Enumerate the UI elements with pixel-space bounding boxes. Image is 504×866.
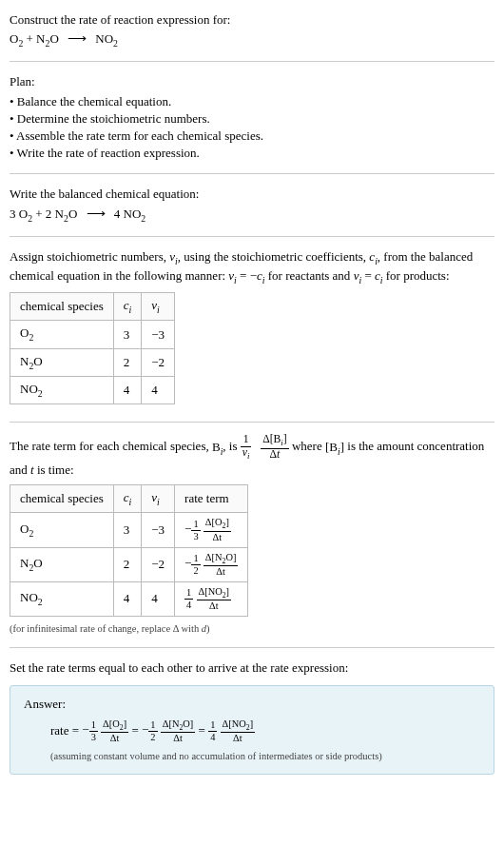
stoich-section: Assign stoichiometric numbers, νi, using… (10, 245, 494, 414)
cell-species: NO2 (10, 376, 114, 403)
balanced-equation: 3 O2 + 2 N2O ⟶ 4 NO2 (10, 204, 494, 225)
reactant-o2: O2 (19, 207, 32, 221)
table-row: O2 3 −3 −13 Δ[O2]Δt (10, 513, 248, 547)
product-no2: NO2 (95, 31, 118, 46)
plan-item: Determine the stoichiometric numbers. (10, 110, 494, 128)
cell-nui: −3 (142, 321, 175, 348)
assumption-note: (assuming constant volume and no accumul… (24, 750, 480, 764)
col-ci: ci (113, 485, 142, 513)
divider (10, 422, 494, 423)
reaction-arrow-icon: ⟶ (68, 29, 87, 48)
plan-item: Balance the chemical equation. (10, 93, 494, 110)
infinitesimal-note: (for infinitesimal rate of change, repla… (10, 622, 494, 637)
reaction-arrow-icon: ⟶ (87, 204, 106, 223)
cell-ci: 2 (113, 547, 142, 581)
table-header-row: chemical species ci νi rate term (10, 485, 248, 513)
cell-nui: −2 (142, 547, 175, 581)
reactant-o2: O2 (10, 31, 23, 46)
rate-term-text: The rate term for each chemical species,… (10, 434, 494, 479)
table-row: O2 3 −3 (10, 321, 175, 348)
answer-label: Answer: (24, 696, 480, 713)
plan-list: Balance the chemical equation. Determine… (10, 93, 494, 163)
cell-ci: 2 (113, 348, 142, 376)
cell-ci: 4 (113, 376, 142, 403)
table-row: N2O 2 −2 (10, 348, 175, 376)
plan-item: Assemble the rate term for each chemical… (10, 128, 494, 145)
plan-item: Write the rate of reaction expression. (10, 145, 494, 162)
stoich-text: Assign stoichiometric numbers, νi, using… (10, 248, 494, 286)
balanced-section: Write the balanced chemical equation: 3 … (10, 182, 494, 227)
balance-label: Write the balanced chemical equation: (10, 186, 494, 203)
answer-box: Answer: rate = −13 Δ[O2]Δt = −12 Δ[N2O]Δ… (10, 685, 494, 775)
divider (10, 173, 494, 174)
instruction-text: Construct the rate of reaction expressio… (10, 11, 494, 29)
fraction: 1νi (241, 434, 252, 462)
col-nui: νi (142, 293, 175, 321)
table-row: N2O 2 −2 −12 Δ[N2O]Δt (10, 547, 248, 581)
cell-species: N2O (10, 547, 114, 581)
plan-label: Plan: (10, 73, 494, 90)
col-nui: νi (142, 485, 175, 513)
divider (10, 647, 494, 648)
col-ci: ci (113, 293, 142, 321)
cell-nui: 4 (142, 581, 175, 616)
cell-rate: −13 Δ[O2]Δt (175, 513, 248, 547)
divider (10, 61, 494, 62)
stoich-table: chemical species ci νi O2 3 −3 N2O 2 −2 … (10, 292, 175, 404)
rate-term-section: The rate term for each chemical species,… (10, 430, 494, 640)
reactant-n2o: N2O (55, 207, 78, 221)
cell-species: N2O (10, 348, 114, 376)
cell-nui: 4 (142, 376, 175, 403)
set-equal-text: Set the rate terms equal to each other t… (10, 659, 494, 677)
cell-species: O2 (10, 321, 114, 348)
col-species: chemical species (10, 293, 114, 321)
plan-section: Plan: Balance the chemical equation. Det… (10, 69, 494, 166)
cell-rate: 14 Δ[NO2]Δt (175, 581, 248, 616)
cell-ci: 4 (113, 581, 142, 616)
cell-nui: −3 (142, 513, 175, 547)
table-header-row: chemical species ci νi (10, 293, 175, 321)
cell-ci: 3 (113, 513, 142, 547)
reactant-n2o: N2O (36, 31, 59, 46)
cell-rate: −12 Δ[N2O]Δt (175, 547, 248, 581)
product-no2: NO2 (124, 207, 146, 221)
col-species: chemical species (10, 485, 114, 513)
unbalanced-equation: O2 + N2O ⟶ NO2 (10, 29, 494, 49)
divider (10, 236, 494, 237)
table-row: NO2 4 4 14 Δ[NO2]Δt (10, 581, 248, 616)
col-rate: rate term (175, 485, 248, 513)
cell-species: NO2 (10, 581, 114, 616)
cell-ci: 3 (113, 321, 142, 348)
cell-nui: −2 (142, 348, 175, 376)
fraction: Δ[Bi]Δt (261, 434, 289, 462)
final-section: Set the rate terms equal to each other t… (10, 656, 494, 777)
table-row: NO2 4 4 (10, 376, 175, 403)
rate-term-table: chemical species ci νi rate term O2 3 −3… (10, 484, 248, 616)
cell-species: O2 (10, 513, 114, 547)
header-section: Construct the rate of reaction expressio… (10, 8, 494, 53)
rate-expression: rate = −13 Δ[O2]Δt = −12 Δ[N2O]Δt = 14 Δ… (24, 718, 480, 744)
